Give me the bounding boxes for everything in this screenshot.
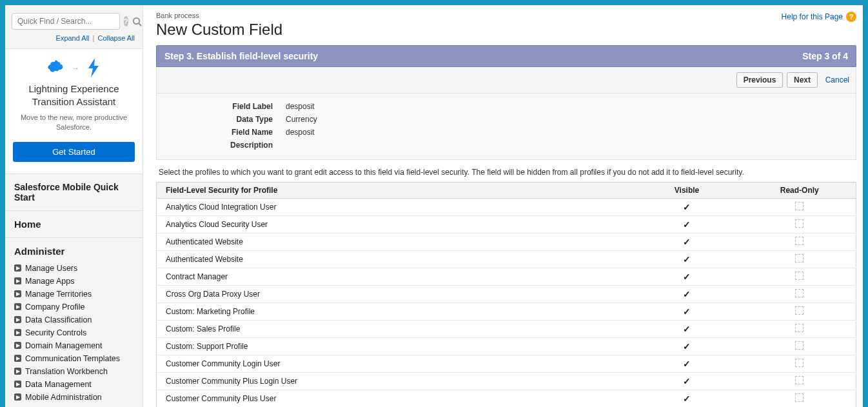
page-title: New Custom Field: [156, 21, 282, 39]
expand-arrow-icon: ▶: [14, 277, 21, 284]
sidebar-item[interactable]: ▶Manage Apps: [12, 275, 136, 288]
visible-checkbox[interactable]: ✓: [631, 321, 744, 338]
help-icon: ?: [846, 12, 856, 22]
table-row: Cross Org Data Proxy User✓: [157, 286, 856, 303]
profile-name: Customer Community Plus User: [157, 390, 631, 408]
sidebar-item[interactable]: ▶Security Controls: [12, 326, 136, 339]
svg-line-1: [139, 23, 141, 26]
profile-name: Authenticated Website: [157, 233, 631, 251]
administer-list: ▶Manage Users▶Manage Apps▶Manage Territo…: [5, 259, 143, 407]
promo-title: Lightning Experience Transition Assistan…: [13, 83, 135, 108]
quick-start-section[interactable]: Salesforce Mobile Quick Start: [5, 174, 143, 211]
expand-arrow-icon: ▶: [14, 381, 21, 388]
visible-checkbox[interactable]: ✓: [631, 216, 744, 233]
meta-value-field-label: desposit: [286, 102, 315, 111]
sidebar-item-label: Translation Workbench: [25, 367, 108, 376]
collapse-all-link[interactable]: Collapse All: [98, 34, 135, 42]
expand-arrow-icon: ▶: [14, 290, 21, 297]
visible-checkbox[interactable]: ✓: [631, 268, 744, 286]
readonly-checkbox[interactable]: [744, 373, 856, 390]
lightning-icon: [86, 58, 101, 77]
svg-point-0: [133, 17, 139, 23]
sidebar-item-label: Data Management: [25, 380, 92, 389]
cancel-link[interactable]: Cancel: [825, 75, 849, 84]
administer-title: Administer: [14, 246, 133, 257]
readonly-checkbox[interactable]: [744, 390, 856, 408]
visible-checkbox[interactable]: ✓: [631, 199, 744, 216]
step-bar: Step 3. Establish field-level security S…: [156, 45, 856, 67]
sidebar-item-label: Communication Templates: [25, 354, 120, 363]
promo-card: → Lightning Experience Transition Assist…: [5, 48, 143, 174]
expand-arrow-icon: ▶: [14, 329, 21, 336]
meta-label-description: Description: [157, 141, 286, 150]
readonly-checkbox[interactable]: [744, 286, 856, 303]
readonly-checkbox[interactable]: [744, 199, 856, 216]
next-button[interactable]: Next: [787, 72, 818, 88]
table-row: Custom: Marketing Profile✓: [157, 303, 856, 321]
sidebar-item-label: Manage Territories: [25, 290, 92, 299]
sidebar-item-label: Domain Management: [25, 341, 103, 350]
help-link[interactable]: Help for this Page ?: [782, 12, 856, 22]
visible-checkbox[interactable]: ✓: [631, 286, 744, 303]
expand-all-link[interactable]: Expand All: [56, 34, 90, 42]
help-label: Help for this Page: [782, 12, 843, 21]
table-row: Customer Community Plus Login User✓: [157, 373, 856, 390]
sidebar: ? Expand All | Collapse All → Lightning …: [5, 5, 143, 407]
readonly-checkbox[interactable]: [744, 251, 856, 268]
visible-checkbox[interactable]: ✓: [631, 233, 744, 251]
quick-start-title: Salesforce Mobile Quick Start: [14, 182, 133, 203]
table-row: Customer Community Login User✓: [157, 355, 856, 373]
search-icon[interactable]: [132, 17, 142, 26]
readonly-checkbox[interactable]: [744, 233, 856, 251]
profile-name: Customer Community Login User: [157, 355, 631, 373]
expand-arrow-icon: ▶: [14, 303, 21, 310]
col-visible-header[interactable]: Visible: [631, 183, 744, 199]
readonly-checkbox[interactable]: [744, 268, 856, 286]
readonly-checkbox[interactable]: [744, 338, 856, 355]
previous-button[interactable]: Previous: [736, 72, 784, 88]
col-readonly-header[interactable]: Read-Only: [744, 183, 856, 199]
expand-arrow-icon: ▶: [14, 342, 21, 349]
sidebar-item[interactable]: ▶Manage Users: [12, 262, 136, 275]
home-section[interactable]: Home: [5, 211, 143, 238]
profile-name: Custom: Marketing Profile: [157, 303, 631, 321]
separator: |: [93, 34, 95, 42]
readonly-checkbox[interactable]: [744, 303, 856, 321]
readonly-checkbox[interactable]: [744, 321, 856, 338]
profile-name: Custom: Sales Profile: [157, 321, 631, 338]
profile-name: Custom: Support Profile: [157, 338, 631, 355]
profile-name: Analytics Cloud Integration User: [157, 199, 631, 216]
visible-checkbox[interactable]: ✓: [631, 303, 744, 321]
field-meta: Field Label desposit Data Type Currency …: [156, 94, 856, 160]
main-content: Bank process New Custom Field Help for t…: [143, 5, 863, 407]
sidebar-item[interactable]: ▶Data Management: [12, 378, 136, 391]
visible-checkbox[interactable]: ✓: [631, 251, 744, 268]
readonly-checkbox[interactable]: [744, 355, 856, 373]
expand-arrow-icon: ▶: [14, 316, 21, 323]
profile-name: Customer Community Plus Login User: [157, 373, 631, 390]
sidebar-item[interactable]: ▶Mobile Administration: [12, 391, 136, 404]
visible-checkbox[interactable]: ✓: [631, 338, 744, 355]
col-profile-header: Field-Level Security for Profile: [157, 183, 631, 199]
expand-arrow-icon: ▶: [14, 264, 21, 272]
table-row: Contract Manager✓: [157, 268, 856, 286]
table-row: Custom: Support Profile✓: [157, 338, 856, 355]
meta-label-field-name: Field Name: [157, 128, 286, 137]
sidebar-item[interactable]: ▶Communication Templates: [12, 352, 136, 365]
question-icon[interactable]: ?: [124, 16, 128, 26]
readonly-checkbox[interactable]: [744, 216, 856, 233]
sidebar-item[interactable]: ▶Company Profile: [12, 301, 136, 313]
sidebar-item[interactable]: ▶Translation Workbench: [12, 365, 136, 378]
get-started-button[interactable]: Get Started: [13, 142, 135, 162]
expand-arrow-icon: ▶: [14, 393, 21, 401]
visible-checkbox[interactable]: ✓: [631, 390, 744, 408]
search-input[interactable]: [12, 13, 120, 30]
visible-checkbox[interactable]: ✓: [631, 373, 744, 390]
visible-checkbox[interactable]: ✓: [631, 355, 744, 373]
sidebar-item[interactable]: ▶Manage Territories: [12, 288, 136, 301]
sidebar-item[interactable]: ▶Data Classification: [12, 313, 136, 326]
sidebar-item-label: Data Classification: [25, 315, 92, 324]
step-counter: Step 3 of 4: [802, 51, 848, 61]
sidebar-item[interactable]: ▶Domain Management: [12, 339, 136, 352]
profile-name: Analytics Cloud Security User: [157, 216, 631, 233]
